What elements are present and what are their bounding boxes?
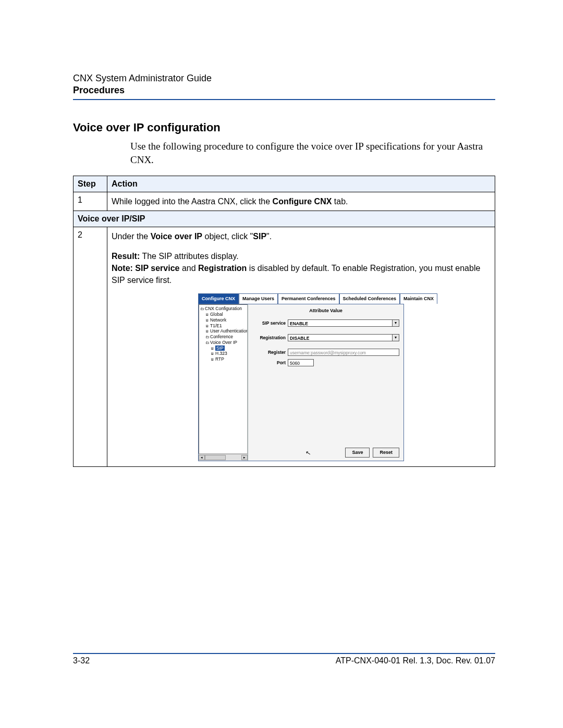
col-header-step: Step <box>74 176 107 192</box>
tree-sip[interactable]: SIP <box>211 346 247 351</box>
tree-pane: CNX Configuration Global Network T1/E1 U… <box>199 304 248 461</box>
tree-root[interactable]: CNX Configuration <box>200 306 247 312</box>
port-input[interactable]: 5060 <box>288 359 314 366</box>
tree-t1e1[interactable]: T1/E1 <box>205 323 247 329</box>
footer-rule <box>73 653 495 654</box>
doc-reference: ATP-CNX-040-01 Rel. 1.3, Doc. Rev. 01.07 <box>336 656 495 665</box>
embedded-screenshot: Configure CNX Manage Users Permanent Con… <box>198 293 404 461</box>
scroll-left-arrow-icon[interactable]: ◂ <box>199 455 205 460</box>
chevron-down-icon[interactable]: ▾ <box>392 334 399 341</box>
save-button[interactable]: Save <box>345 448 370 458</box>
step-number: 1 <box>74 192 107 211</box>
header-rule <box>73 99 495 100</box>
tree-rtp[interactable]: RTP <box>211 356 247 362</box>
tab-manage-users[interactable]: Manage Users <box>239 293 278 304</box>
tab-configure-cnx[interactable]: Configure CNX <box>198 293 239 304</box>
tree-conference[interactable]: Conference <box>205 334 247 340</box>
col-header-action: Action <box>107 176 495 192</box>
procedure-table: Step Action 1 While logged into the Aast… <box>73 176 495 467</box>
tree-global[interactable]: Global <box>205 312 247 317</box>
page-footer: 3-32 ATP-CNX-040-01 Rel. 1.3, Doc. Rev. … <box>73 653 495 665</box>
attribute-pane: Attribute Value SIP service ENABLE ▾ <box>248 304 403 461</box>
table-row: 1 While logged into the Aastra CNX, clic… <box>74 192 495 211</box>
tab-permanent-conferences[interactable]: Permanent Conferences <box>278 293 339 304</box>
page-number: 3-32 <box>73 656 90 665</box>
tree-voip[interactable]: Voice Over IP <box>205 340 247 346</box>
attribute-header: Attribute Value <box>248 304 403 319</box>
section-heading: Voice over IP configuration <box>73 121 495 134</box>
step1-action: While logged into the Aastra CNX, click … <box>107 192 495 211</box>
reset-button[interactable]: Reset <box>373 448 399 458</box>
sip-service-select[interactable]: ENABLE <box>288 319 393 327</box>
doc-subtitle: Procedures <box>73 85 495 96</box>
port-label: Port <box>252 360 288 366</box>
tab-scheduled-conferences[interactable]: Scheduled Conferences <box>339 293 400 304</box>
intro-paragraph: Use the following procedure to configure… <box>130 140 495 166</box>
tab-maintain-cnx[interactable]: Maintain CNX <box>400 293 437 304</box>
config-tree[interactable]: CNX Configuration Global Network T1/E1 U… <box>199 304 248 454</box>
registration-label: Registration <box>252 335 288 341</box>
step2-action: Under the Voice over IP object, click "S… <box>107 227 495 467</box>
tree-horizontal-scrollbar[interactable]: ◂ ▸ <box>199 454 248 461</box>
register-label: Register <box>252 349 288 355</box>
tab-bar: Configure CNX Manage Users Permanent Con… <box>198 293 404 304</box>
chevron-down-icon[interactable]: ▾ <box>392 319 399 327</box>
scroll-right-arrow-icon[interactable]: ▸ <box>241 455 248 460</box>
table-row: 2 Under the Voice over IP object, click … <box>74 227 495 467</box>
tree-h323[interactable]: H.323 <box>211 351 247 356</box>
tree-network[interactable]: Network <box>205 317 247 323</box>
doc-title: CNX System Administrator Guide <box>73 73 495 84</box>
subheader-row: Voice over IP/SIP <box>74 211 495 227</box>
step-number: 2 <box>74 227 107 467</box>
cursor-icon: ↖ <box>305 448 312 458</box>
register-input[interactable]: username:password@mysipproxy.com <box>288 349 399 356</box>
scroll-thumb[interactable] <box>205 455 226 460</box>
subheader-text: Voice over IP/SIP <box>74 211 495 227</box>
sip-service-label: SIP service <box>252 320 288 326</box>
registration-select[interactable]: DISABLE <box>288 334 393 341</box>
tree-user-auth[interactable]: User Authentication <box>205 328 247 334</box>
